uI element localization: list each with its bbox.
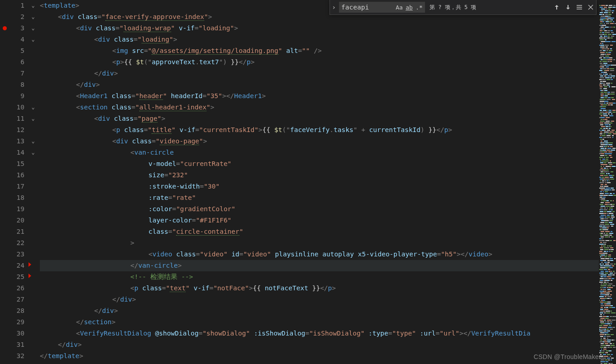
minimap-line xyxy=(599,29,616,30)
code-line[interactable]: <div class="video-page"> xyxy=(40,136,616,147)
code-line[interactable]: :stroke-width="30" xyxy=(40,181,616,192)
find-prev-button[interactable] xyxy=(551,2,562,13)
chevron-down-icon: ⌄ xyxy=(31,23,34,34)
line-number: 9 xyxy=(0,90,24,102)
minimap-line xyxy=(599,36,616,38)
code-line[interactable]: </template> xyxy=(40,350,616,362)
code-line[interactable]: > xyxy=(40,237,616,249)
fold-cell[interactable]: ⌄ xyxy=(28,113,38,124)
find-toggle-replace[interactable]: › xyxy=(330,0,338,15)
fold-cell xyxy=(28,294,38,305)
minimap-line xyxy=(599,268,616,269)
code-line[interactable]: </div> xyxy=(40,305,616,317)
find-widget: › faceapi Aa ab .* 第 ? 项，共 5 项 xyxy=(329,0,597,15)
code-line[interactable]: <!-- 检测结果 --> xyxy=(40,271,616,283)
breakpoint-icon[interactable] xyxy=(3,26,7,30)
minimap[interactable] xyxy=(599,0,616,364)
minimap-line xyxy=(599,123,616,124)
minimap-line xyxy=(599,210,616,211)
code-line[interactable]: <p class="title" v-if="currentTaskId">{{… xyxy=(40,124,616,136)
fold-cell xyxy=(28,339,38,350)
code-line[interactable]: <div class="page"> xyxy=(40,113,616,124)
fold-cell xyxy=(28,249,38,260)
find-input-text[interactable]: faceapi xyxy=(339,4,395,11)
code-line[interactable]: </div> xyxy=(40,339,616,350)
minimap-line xyxy=(599,152,616,153)
fold-cell[interactable]: ⌄ xyxy=(28,11,38,23)
code-line[interactable]: </section> xyxy=(40,317,616,328)
code-line[interactable]: <VerifyResultDialog @showDialog="showDia… xyxy=(40,328,616,339)
minimap-line xyxy=(599,300,616,302)
minimap-line xyxy=(599,298,616,300)
line-number: 23 xyxy=(0,249,24,260)
code-line[interactable]: <p class="text" v-if="notFace">{{ notFac… xyxy=(40,283,616,294)
find-input[interactable]: faceapi Aa ab .* xyxy=(339,2,425,13)
find-close-button[interactable] xyxy=(585,2,596,13)
minimap-line xyxy=(599,92,616,94)
fold-cell[interactable]: ⌄ xyxy=(28,0,38,11)
match-case-icon[interactable]: Aa xyxy=(395,3,404,12)
line-number: 5 xyxy=(0,45,24,57)
code-area[interactable]: <template><div class="face-verify-approv… xyxy=(38,0,616,364)
whole-word-icon[interactable]: ab xyxy=(405,3,414,12)
fold-cell xyxy=(28,170,38,181)
line-number: 29 xyxy=(0,317,24,328)
code-line[interactable]: <img src="@/assets/img/setting/loading.p… xyxy=(40,45,616,57)
minimap-line xyxy=(599,351,616,352)
code-line[interactable]: <div class="loading"> xyxy=(40,34,616,45)
fold-cell[interactable]: ⌄ xyxy=(28,34,38,45)
code-line[interactable]: <p>{{ $t("approveText.text7") }}</p> xyxy=(40,57,616,68)
find-next-button[interactable] xyxy=(563,2,573,13)
code-line[interactable]: </div> xyxy=(40,79,616,90)
line-number: 21 xyxy=(0,226,24,237)
chevron-down-icon: ⌄ xyxy=(31,147,34,158)
minimap-line xyxy=(599,291,616,293)
minimap-line xyxy=(599,51,616,52)
code-line[interactable]: :rate="rate" xyxy=(40,192,616,203)
code-line[interactable]: </van-circle> xyxy=(40,260,616,271)
fold-cell xyxy=(28,45,38,57)
minimap-line xyxy=(599,0,616,1)
regex-icon[interactable]: .* xyxy=(415,3,424,12)
fold-cell[interactable]: ⌄ xyxy=(28,136,38,147)
line-number: 3 xyxy=(0,23,24,34)
code-line[interactable]: </div> xyxy=(40,68,616,79)
arrow-up-icon xyxy=(553,4,560,11)
fold-cell xyxy=(28,90,38,102)
minimap-line xyxy=(599,195,616,197)
line-number: 2 xyxy=(0,11,24,23)
minimap-line xyxy=(599,244,616,246)
code-line[interactable]: layer-color="#F1F1F6" xyxy=(40,215,616,226)
code-line[interactable]: <section class="all-header1-index"> xyxy=(40,102,616,113)
code-line[interactable]: <video class="video" id="video" playsinl… xyxy=(40,249,616,260)
code-line[interactable]: class="circle-container" xyxy=(40,226,616,237)
code-line[interactable]: <Header1 class="header" headerId="35"></… xyxy=(40,90,616,102)
chevron-down-icon: ⌄ xyxy=(31,102,34,113)
code-line[interactable]: <van-circle xyxy=(40,147,616,158)
line-number: 17 xyxy=(0,181,24,192)
fold-cell xyxy=(28,181,38,192)
line-number: 22 xyxy=(0,237,24,249)
code-line[interactable]: :color="gradientColor" xyxy=(40,203,616,215)
code-line[interactable]: <div class="loading-wrap" v-if="loading"… xyxy=(40,23,616,34)
minimap-line xyxy=(599,232,616,233)
find-selection-button[interactable] xyxy=(574,2,584,13)
line-number: 1 xyxy=(0,0,24,11)
minimap-line xyxy=(599,116,616,117)
minimap-line xyxy=(599,161,616,162)
fold-cell xyxy=(28,57,38,68)
fold-cell[interactable]: ⌄ xyxy=(28,147,38,158)
line-number: 26 xyxy=(0,283,24,294)
code-line[interactable]: size="232" xyxy=(40,170,616,181)
fold-cell xyxy=(28,237,38,249)
fold-cell[interactable]: ⌄ xyxy=(28,102,38,113)
chevron-right-icon: › xyxy=(332,4,336,11)
line-number: 27 xyxy=(0,294,24,305)
minimap-line xyxy=(599,302,616,303)
code-line[interactable]: v-model="currentRate" xyxy=(40,158,616,170)
code-line[interactable]: </div> xyxy=(40,294,616,305)
fold-cell[interactable]: ⌄ xyxy=(28,23,38,34)
minimap-line xyxy=(599,230,616,231)
minimap-line xyxy=(599,329,616,331)
minimap-line xyxy=(599,63,616,65)
